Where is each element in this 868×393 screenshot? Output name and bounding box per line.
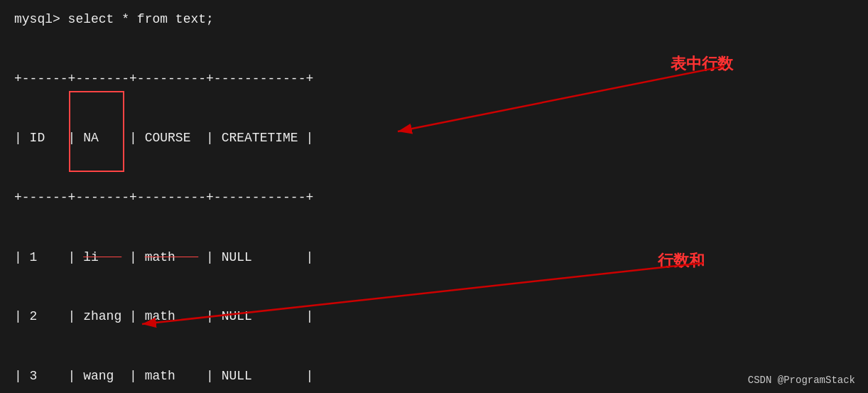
query1: mysql> select * from text; <box>14 10 854 30</box>
credit: CSDN @ProgramStack <box>748 375 855 386</box>
table1-header: | ID | NA | COURSE | CREATETIME | <box>14 129 854 149</box>
table1: +------+-------+---------+------------+ … <box>14 30 854 393</box>
terminal-container: mysql> select * from text; +------+-----… <box>0 0 868 393</box>
table1-row-1: | 1 | li | math | NULL | <box>14 248 854 268</box>
table1-sep-mid: +------+-------+---------+------------+ <box>14 188 854 208</box>
rows-count-label: 表中行数 <box>671 53 733 75</box>
table1-row-3: | 3 | wang | math | NULL | <box>14 367 854 387</box>
table1-row-2: | 2 | zhang | math | NULL | <box>14 307 854 327</box>
count-sum-label: 行数和 <box>658 250 705 271</box>
